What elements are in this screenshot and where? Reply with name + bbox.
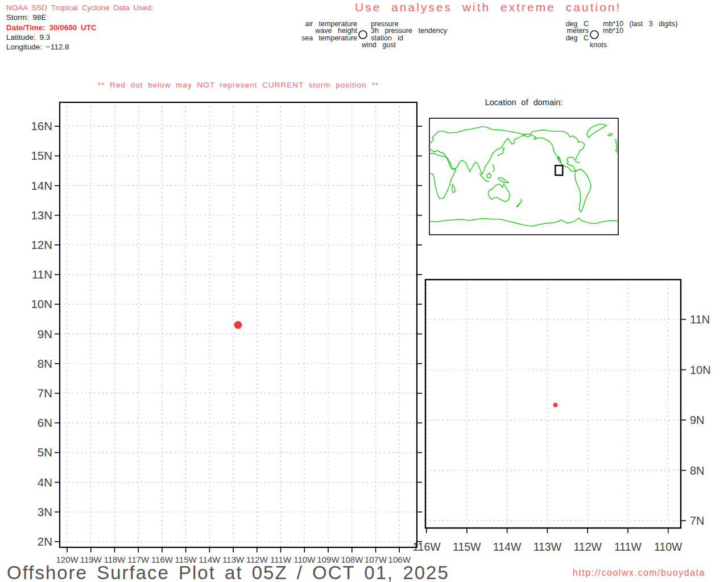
zoom-plot-x-tick-label: 110W [654, 541, 682, 553]
main-plot: 120W119W118W117W116W115W114W113W112W111W… [31, 102, 422, 564]
storm-position-dot [553, 402, 558, 407]
main-plot-y-tick-label: 3N [38, 505, 52, 518]
coastline [520, 199, 522, 203]
main-plot-y-tick-label: 2N [38, 535, 52, 548]
zoom-plot-x-tick-label: 115W [453, 541, 481, 553]
offshore-surface-plot-page: NOAA SSD Tropical Cyclone Data Used: Sto… [0, 0, 728, 582]
zoom-plot-x-tick-label: 116W [412, 541, 441, 553]
main-plot-y-tick-label: 14N [31, 179, 52, 192]
zoom-plot-x-tick-label: 111W [614, 541, 642, 553]
coastline [615, 139, 618, 144]
zoom-plot-y-tick-label: 8N [690, 464, 705, 477]
main-plot-y-tick-label: 8N [38, 357, 52, 370]
coastline [608, 134, 613, 136]
main-plot-y-tick-label: 4N [38, 476, 52, 489]
zoom-plot-y-tick-label: 7N [690, 514, 705, 527]
coastline [487, 173, 491, 178]
main-plot-y-tick-label: 9N [38, 327, 52, 340]
coastline [587, 124, 607, 138]
coastline [488, 184, 510, 202]
page-title: Offshore Surface Plot at 05Z / OCT 01, 2… [7, 562, 449, 582]
source-url: http://coolwx.com/buoydata [573, 568, 705, 578]
coastline [452, 184, 456, 193]
main-plot-y-tick-label: 6N [38, 416, 52, 429]
main-plot-y-tick-label: 13N [31, 209, 52, 222]
main-plot-y-tick-label: 12N [31, 238, 52, 251]
world-map [429, 118, 618, 235]
coastline [429, 127, 531, 174]
storm-position-dot [234, 321, 242, 329]
domain-box [555, 165, 562, 175]
main-plot-y-tick-label: 5N [38, 446, 52, 459]
zoom-plot-x-tick-label: 114W [493, 541, 522, 553]
coastline [429, 153, 456, 199]
zoom-plot-y-tick-label: 10N [690, 364, 711, 376]
coastline [516, 203, 520, 207]
main-plot-y-tick-label: 16N [31, 119, 52, 132]
coastline [498, 178, 509, 183]
zoom-plot-x-tick-label: 112W [573, 541, 602, 553]
main-plot-y-tick-label: 11N [32, 268, 52, 281]
plots-canvas: 120W119W118W117W116W115W114W113W112W111W… [0, 0, 728, 582]
coastline [575, 169, 592, 212]
coastline [575, 161, 580, 163]
coastline [493, 164, 495, 172]
main-plot-y-tick-label: 7N [38, 386, 52, 400]
main-plot-y-tick-label: 10N [31, 297, 52, 310]
main-plot-y-tick-label: 15N [31, 149, 52, 162]
zoom-plot-y-tick-label: 11N [690, 313, 710, 326]
zoom-plot: 116W115W114W113W112W111W110W7N8N9N10N11N [412, 280, 710, 553]
coastline [429, 218, 618, 226]
zoom-plot-x-tick-label: 113W [533, 541, 562, 553]
zoom-plot-y-tick-label: 9N [690, 414, 705, 426]
